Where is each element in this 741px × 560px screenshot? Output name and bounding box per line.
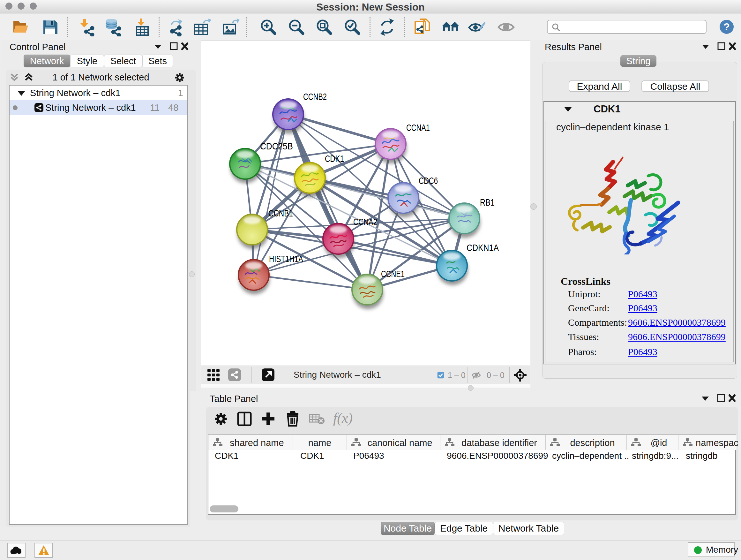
svg-text:CCNB2: CCNB2 — [303, 91, 327, 102]
svg-text:CDKN1A: CDKN1A — [467, 243, 499, 253]
svg-text:CCNA1: CCNA1 — [406, 123, 430, 133]
svg-text:HIST1H1A: HIST1H1A — [269, 254, 303, 264]
svg-text:CDC6: CDC6 — [419, 176, 438, 186]
svg-text:RB1: RB1 — [480, 197, 495, 207]
svg-text:CCNB1: CCNB1 — [268, 208, 293, 219]
svg-text:CDC25B: CDC25B — [260, 141, 293, 151]
svg-text:CDK1: CDK1 — [325, 153, 344, 164]
svg-text:CCNA2: CCNA2 — [353, 217, 377, 227]
svg-text:CCNE1: CCNE1 — [381, 269, 405, 279]
